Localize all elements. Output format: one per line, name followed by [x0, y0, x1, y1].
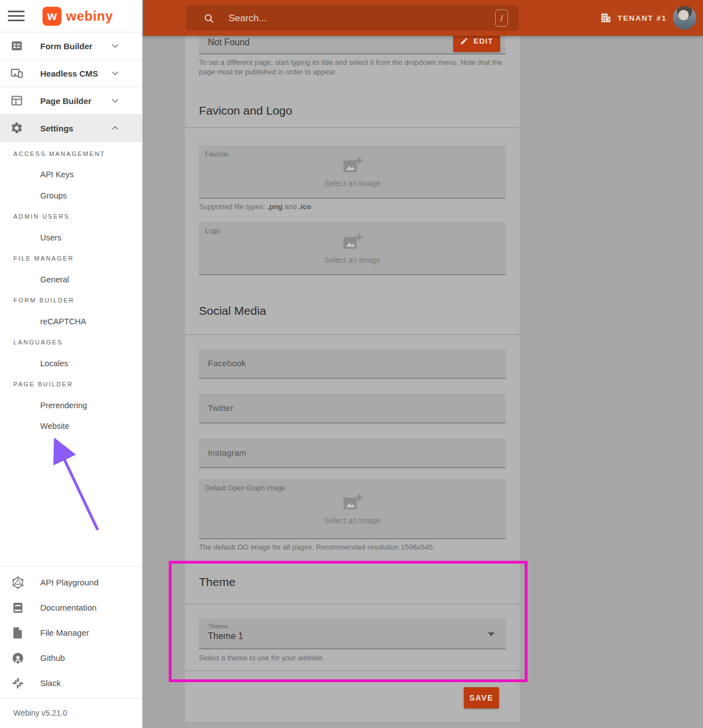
sidebar-item-api-keys[interactable]: API Keys — [0, 164, 142, 186]
search-shortcut-badge: / — [495, 10, 508, 27]
theme-select-value: Theme 1 — [208, 631, 497, 641]
sidebar-item-label: Headless CMS — [40, 69, 110, 78]
form-builder-icon — [10, 39, 23, 53]
select-image-label: Select an image — [324, 179, 380, 188]
sidebar-item-label: Form Builder — [40, 41, 110, 51]
github-icon — [11, 651, 25, 665]
sidebar-item-headless-cms[interactable]: Headless CMS — [0, 60, 142, 87]
sidebar-item-recaptcha[interactable]: reCAPTCHA — [0, 311, 142, 332]
page-builder-icon — [10, 94, 23, 107]
sidebar-item-page-builder[interactable]: Page Builder — [0, 87, 142, 115]
save-button[interactable]: SAVE — [464, 687, 499, 708]
settings-page: Not Found EDIT To set a different page, … — [143, 0, 703, 728]
pencil-icon — [460, 37, 468, 45]
og-image-helper-text: The default OG image for all pages. Reco… — [199, 543, 506, 551]
user-avatar[interactable] — [673, 6, 696, 30]
section-title-social-media: Social Media — [199, 303, 506, 319]
section-divider — [185, 127, 520, 128]
og-image-field-label: Default Open Graph image — [205, 484, 285, 492]
favicon-upload-field[interactable]: Favicon Select an image — [199, 145, 506, 198]
gear-icon — [10, 121, 23, 135]
sidebar-item-settings[interactable]: Settings — [0, 115, 142, 142]
sidebar-item-general[interactable]: General — [0, 269, 142, 290]
sidebar-item-prerendering[interactable]: Prerendering — [0, 395, 142, 416]
favicon-field-label: Favicon — [205, 150, 229, 158]
og-image-upload-field[interactable]: Default Open Graph image Select an image — [199, 479, 506, 539]
sidebar-header: w webiny — [0, 0, 142, 32]
search-placeholder: Search... — [229, 13, 267, 24]
facebook-input-label: Facebook — [208, 358, 246, 368]
select-image-label: Select an image — [324, 256, 380, 264]
sidebar-item-label: Settings — [40, 124, 110, 133]
file-icon — [11, 626, 25, 640]
sidebar-item-github[interactable]: Github — [0, 645, 142, 670]
chevron-down-icon — [488, 632, 495, 636]
chevron-down-icon — [110, 95, 121, 106]
image-add-icon — [341, 493, 364, 513]
instagram-input-label: Instagram — [208, 448, 246, 458]
utility-item-label: File Manager — [40, 628, 89, 637]
sidebar-item-api-playground[interactable]: API Playground — [0, 570, 142, 595]
graphql-icon — [11, 576, 25, 589]
sidebar-section-file-manager: FILE MANAGER — [0, 248, 142, 270]
sidebar-item-users[interactable]: Users — [0, 227, 142, 248]
section-divider — [185, 334, 520, 335]
select-image-label: Select an image — [324, 516, 380, 525]
sidebar-item-form-builder[interactable]: Form Builder — [0, 32, 142, 60]
headless-cms-icon — [10, 67, 23, 80]
utility-item-label: Documentation — [40, 603, 97, 612]
sidebar-section-admin-users: ADMIN USERS — [0, 206, 142, 228]
favicon-helper-text: Supported file types: .png and .ico . — [199, 202, 506, 211]
logo-upload-field[interactable]: Logo Select an image — [199, 222, 506, 275]
slack-icon — [11, 677, 25, 690]
utility-item-label: API Playground — [40, 578, 98, 587]
sidebar-item-slack[interactable]: Slack — [0, 670, 142, 696]
form-footer: SAVE — [199, 671, 506, 720]
sidebar-item-label: Page Builder — [40, 96, 110, 106]
section-title-theme: Theme — [199, 574, 506, 590]
utility-item-label: Slack — [40, 678, 61, 688]
chevron-up-icon — [110, 122, 121, 134]
settings-submenu: ACCESS MANAGEMENT API Keys Groups ADMIN … — [0, 142, 142, 437]
twitter-input-label: Twitter — [208, 403, 234, 413]
sidebar-section-languages: LANGUAGES — [0, 332, 142, 353]
sidebar-section-page-builder: PAGE BUILDER — [0, 374, 142, 395]
section-title-favicon-and-logo: Favicon and Logo — [199, 103, 506, 119]
website-preview-page-value: Not Found — [208, 37, 250, 48]
webiny-version: Webiny v5.21.0 — [0, 698, 142, 717]
search-input[interactable]: Search... / — [186, 6, 519, 31]
sidebar-section-form-builder: FORM BUILDER — [0, 290, 142, 311]
instagram-input[interactable]: Instagram — [199, 438, 506, 468]
hamburger-menu-icon[interactable] — [8, 8, 25, 25]
chevron-down-icon — [110, 40, 121, 51]
image-add-icon — [341, 155, 364, 176]
theme-select[interactable]: Theme Theme 1 — [199, 618, 506, 649]
website-settings-form: Not Found EDIT To set a different page, … — [185, 22, 520, 722]
edit-button-label: EDIT — [473, 37, 493, 45]
image-add-icon — [341, 232, 364, 252]
chevron-down-icon — [110, 68, 121, 79]
webiny-logo[interactable]: w webiny — [42, 7, 113, 26]
sidebar-item-documentation[interactable]: Documentation — [0, 595, 142, 620]
theme-helper-text: Select a theme to use for your website. — [199, 654, 506, 662]
webiny-logo-icon: w — [42, 7, 61, 26]
webiny-logo-text: webiny — [66, 8, 113, 24]
top-app-bar: Search... / TENANT #1 — [143, 0, 703, 36]
facebook-input[interactable]: Facebook — [199, 349, 506, 379]
sidebar-item-locales[interactable]: Locales — [0, 353, 142, 374]
utility-item-label: Github — [40, 653, 65, 663]
building-icon — [600, 12, 612, 24]
sidebar-item-groups[interactable]: Groups — [0, 185, 142, 206]
page-field-helper-text: To set a different page, start typing it… — [199, 58, 505, 77]
sidebar-item-website[interactable]: Website — [0, 416, 142, 437]
search-icon — [203, 12, 215, 25]
theme-select-label: Theme — [208, 623, 497, 630]
tenant-label: TENANT #1 — [618, 14, 667, 22]
twitter-input[interactable]: Twitter — [199, 394, 506, 423]
logo-field-label: Logo — [205, 227, 220, 235]
book-icon — [11, 601, 25, 614]
section-divider — [185, 604, 520, 604]
sidebar: w webiny Form Builder Headless CMS — [0, 0, 142, 728]
sidebar-item-file-manager[interactable]: File Manager — [0, 620, 142, 645]
tenant-selector[interactable]: TENANT #1 — [600, 12, 667, 24]
